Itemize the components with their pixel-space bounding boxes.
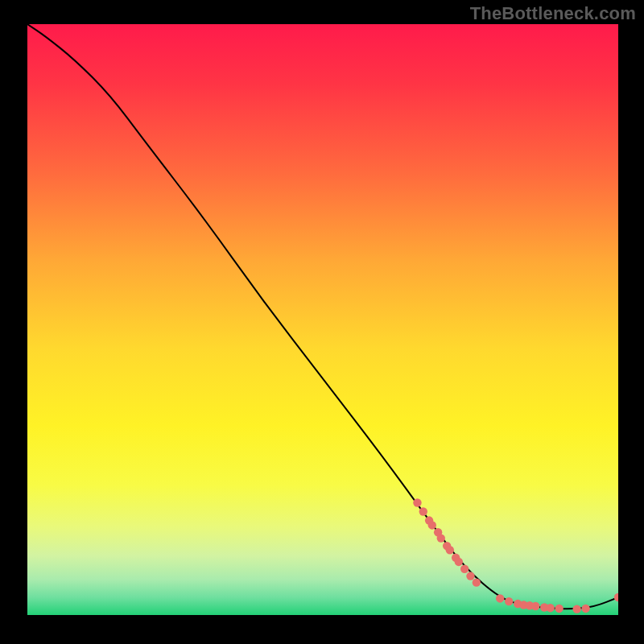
scatter-dot: [572, 605, 580, 613]
scatter-dot: [614, 593, 618, 601]
scatter-dot: [437, 534, 445, 542]
bottleneck-curve: [27, 24, 618, 609]
scatter-dot: [428, 521, 436, 529]
chart-overlay: [27, 24, 618, 615]
scatter-dot: [460, 565, 469, 573]
scatter-dot: [419, 507, 427, 515]
scatter-dot: [546, 604, 554, 612]
plot-area: [27, 24, 618, 615]
chart-stage: TheBottleneck.com: [0, 0, 644, 644]
scatter-dot: [581, 605, 589, 613]
attribution-text: TheBottleneck.com: [470, 3, 636, 24]
scatter-group: [413, 498, 618, 613]
scatter-dot: [496, 594, 504, 602]
scatter-dot: [505, 597, 513, 605]
scatter-dot: [531, 602, 539, 610]
scatter-dot: [446, 546, 454, 554]
scatter-dot: [455, 558, 463, 566]
scatter-dot: [555, 605, 563, 613]
scatter-dot: [466, 572, 474, 580]
scatter-dot: [473, 578, 481, 586]
scatter-dot: [413, 498, 421, 506]
